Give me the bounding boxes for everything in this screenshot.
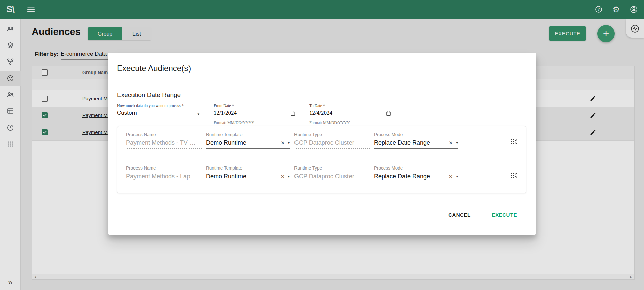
date-format-hint: Format: MM/DD/YYYY xyxy=(214,120,296,125)
process-row: Process Name Payment Methods - TV … Runt… xyxy=(117,126,526,160)
runtime-template-field: Runtime Template Demo Runtime ✕ ▾ xyxy=(206,132,290,149)
process-name-label: Process Name xyxy=(126,132,202,137)
process-name-field: Process Name Payment Methods - TV … xyxy=(126,132,202,149)
from-date-field: From Date * 12/1/2024 Format: MM/DD/YYYY xyxy=(214,103,296,125)
process-mode-text: Replace Date Range xyxy=(374,173,446,180)
execute-confirm-button[interactable]: EXECUTE xyxy=(489,210,520,220)
chevron-down-icon[interactable]: ▾ xyxy=(456,174,458,179)
to-date-input[interactable]: 12/4/2024 xyxy=(309,108,391,118)
calendar-icon[interactable] xyxy=(290,111,296,116)
process-mode-text: Replace Date Range xyxy=(374,139,446,146)
runtime-type-text: GCP Dataproc Cluster xyxy=(294,139,370,146)
process-row: Process Name Payment Methods - Lap… Runt… xyxy=(117,160,526,193)
to-date-field: To Date * 12/4/2024 Format: MM/DD/YYYY xyxy=(309,103,391,125)
to-date-value: 12/4/2024 xyxy=(309,110,386,116)
calendar-icon[interactable] xyxy=(386,111,391,116)
process-list-card: Process Name Payment Methods - TV … Runt… xyxy=(117,126,526,193)
dialog-actions: CANCEL EXECUTE xyxy=(446,210,520,220)
runtime-type-field: Runtime Type GCP Dataproc Cluster xyxy=(294,165,370,182)
runtime-template-text: Demo Runtime xyxy=(206,139,278,146)
runtime-type-label: Runtime Type xyxy=(294,165,370,171)
runtime-template-select[interactable]: Demo Runtime ✕ ▾ xyxy=(206,173,290,182)
from-date-label: From Date * xyxy=(214,103,296,108)
drag-handle[interactable] xyxy=(509,171,518,180)
runtime-type-value: GCP Dataproc Cluster xyxy=(294,173,370,182)
from-date-value: 12/1/2024 xyxy=(214,110,290,116)
runtime-type-text: GCP Dataproc Cluster xyxy=(294,173,370,180)
app-root: S\ ? ⚙ xyxy=(0,0,644,290)
runtime-template-select[interactable]: Demo Runtime ✕ ▾ xyxy=(206,139,290,149)
runtime-template-label: Runtime Template xyxy=(206,165,290,171)
section-title: Execution Date Range xyxy=(117,91,181,99)
clear-icon[interactable]: ✕ xyxy=(449,140,453,146)
runtime-type-value: GCP Dataproc Cluster xyxy=(294,139,370,149)
runtime-template-field: Runtime Template Demo Runtime ✕ ▾ xyxy=(206,165,290,182)
dialog-title: Execute Audience(s) xyxy=(117,64,191,73)
process-name-label: Process Name xyxy=(126,165,202,171)
runtime-type-field: Runtime Type GCP Dataproc Cluster xyxy=(294,132,370,149)
to-date-label: To Date * xyxy=(309,103,391,108)
clear-icon[interactable]: ✕ xyxy=(281,140,285,146)
drag-indicator-icon xyxy=(509,171,518,180)
date-format-hint: Format: MM/DD/YYYY xyxy=(309,120,391,125)
chevron-down-icon[interactable]: ▾ xyxy=(288,174,290,179)
process-mode-field: Process Mode Replace Date Range ✕ ▾ xyxy=(374,165,458,182)
runtime-template-label: Runtime Template xyxy=(206,132,290,137)
runtime-type-label: Runtime Type xyxy=(294,132,370,137)
from-date-input[interactable]: 12/1/2024 xyxy=(214,108,296,118)
drag-handle[interactable] xyxy=(509,137,518,146)
process-name-value: Payment Methods - Lap… xyxy=(126,173,202,182)
drag-indicator-icon xyxy=(509,137,518,146)
chevron-down-icon[interactable]: ▾ xyxy=(288,141,290,145)
data-range-field: How much data do you want to process * C… xyxy=(117,103,199,118)
data-range-label: How much data do you want to process * xyxy=(117,103,199,108)
process-mode-label: Process Mode xyxy=(374,165,458,171)
process-name-text: Payment Methods - TV … xyxy=(126,139,202,146)
process-mode-select[interactable]: Replace Date Range ✕ ▾ xyxy=(374,173,458,182)
process-mode-select[interactable]: Replace Date Range ✕ ▾ xyxy=(374,139,458,149)
process-name-value: Payment Methods - TV … xyxy=(126,139,202,149)
process-name-text: Payment Methods - Lap… xyxy=(126,173,202,180)
runtime-template-text: Demo Runtime xyxy=(206,173,278,180)
cancel-button[interactable]: CANCEL xyxy=(446,210,473,220)
process-mode-label: Process Mode xyxy=(374,132,458,137)
chevron-down-icon[interactable]: ▾ xyxy=(456,141,458,145)
execute-audience-dialog: Execute Audience(s) Execution Date Range… xyxy=(108,53,536,235)
data-range-value: Custom xyxy=(117,110,197,116)
chevron-down-icon: ▾ xyxy=(197,112,199,116)
process-mode-field: Process Mode Replace Date Range ✕ ▾ xyxy=(374,132,458,149)
clear-icon[interactable]: ✕ xyxy=(449,174,453,180)
data-range-select[interactable]: Custom ▾ xyxy=(117,108,199,118)
clear-icon[interactable]: ✕ xyxy=(281,174,285,180)
process-name-field: Process Name Payment Methods - Lap… xyxy=(126,165,202,182)
